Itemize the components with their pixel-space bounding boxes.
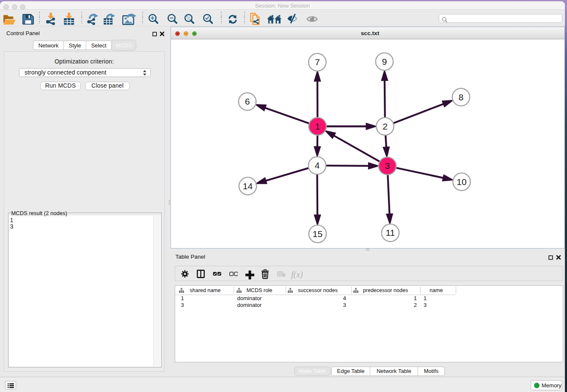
svg-text:7: 7 [315, 57, 320, 67]
svg-text:10: 10 [457, 177, 466, 187]
svg-text:9: 9 [382, 57, 387, 66]
svg-text:15: 15 [313, 229, 322, 239]
svg-text:4: 4 [315, 160, 320, 170]
svg-text:2: 2 [383, 121, 388, 131]
svg-text:6: 6 [245, 97, 250, 106]
svg-text:1: 1 [315, 121, 320, 131]
svg-text:11: 11 [386, 228, 395, 237]
svg-text:14: 14 [243, 181, 253, 191]
svg-text:8: 8 [459, 92, 464, 102]
svg-text:3: 3 [385, 161, 390, 171]
